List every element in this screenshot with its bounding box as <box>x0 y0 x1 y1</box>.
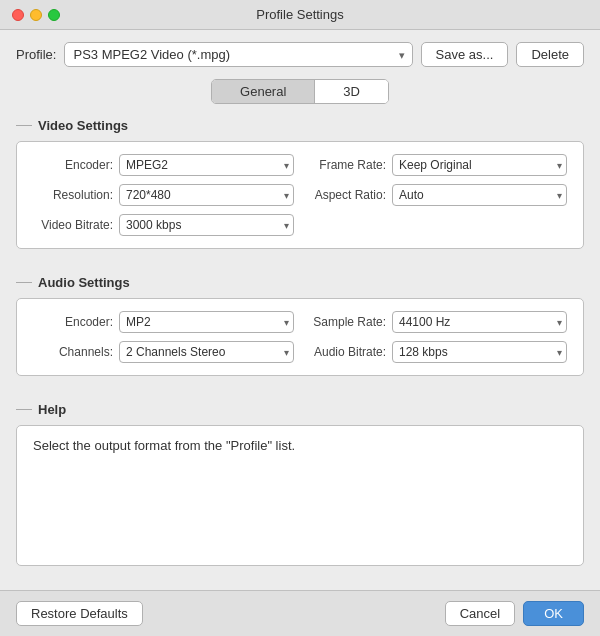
video-bitrate-row: Video Bitrate: 3000 kbps <box>33 214 294 236</box>
channels-row: Channels: 2 Channels Stereo <box>33 341 294 363</box>
video-settings-grid: Encoder: MPEG2 Frame Rate: Keep Original <box>33 154 567 236</box>
frame-rate-select-wrapper: Keep Original <box>392 154 567 176</box>
resolution-label: Resolution: <box>33 188 113 202</box>
sample-rate-select[interactable]: 44100 Hz <box>392 311 567 333</box>
video-bitrate-select-wrapper: 3000 kbps <box>119 214 294 236</box>
profile-select-wrapper: PS3 MPEG2 Video (*.mpg) <box>64 42 412 67</box>
aspect-ratio-select-wrapper: Auto <box>392 184 567 206</box>
audio-bitrate-label: Audio Bitrate: <box>306 345 386 359</box>
sample-rate-row: Sample Rate: 44100 Hz <box>306 311 567 333</box>
tab-group: General 3D <box>211 79 389 104</box>
audio-bitrate-select[interactable]: 128 kbps <box>392 341 567 363</box>
sample-rate-select-wrapper: 44100 Hz <box>392 311 567 333</box>
audio-settings-title: Audio Settings <box>38 275 130 290</box>
audio-encoder-select[interactable]: MP2 <box>119 311 294 333</box>
tab-general[interactable]: General <box>212 80 314 103</box>
video-settings-box: Encoder: MPEG2 Frame Rate: Keep Original <box>16 141 584 249</box>
profile-row: Profile: PS3 MPEG2 Video (*.mpg) Save as… <box>16 42 584 67</box>
channels-select[interactable]: 2 Channels Stereo <box>119 341 294 363</box>
channels-label: Channels: <box>33 345 113 359</box>
title-bar: Profile Settings <box>0 0 600 30</box>
profile-label: Profile: <box>16 47 56 62</box>
profile-select[interactable]: PS3 MPEG2 Video (*.mpg) <box>64 42 412 67</box>
window-title: Profile Settings <box>256 7 343 22</box>
video-bitrate-label: Video Bitrate: <box>33 218 113 232</box>
audio-bitrate-select-wrapper: 128 kbps <box>392 341 567 363</box>
sample-rate-label: Sample Rate: <box>306 315 386 329</box>
video-settings-title: Video Settings <box>38 118 128 133</box>
video-settings-header: Video Settings <box>16 118 584 133</box>
help-title: Help <box>38 402 66 417</box>
close-button[interactable] <box>12 9 24 21</box>
resolution-select-wrapper: 720*480 <box>119 184 294 206</box>
traffic-lights <box>12 9 60 21</box>
tabs-row: General 3D <box>16 79 584 104</box>
aspect-ratio-row: Aspect Ratio: Auto <box>306 184 567 206</box>
help-header: Help <box>16 402 584 417</box>
encoder-row: Encoder: MPEG2 <box>33 154 294 176</box>
cancel-button[interactable]: Cancel <box>445 601 515 626</box>
resolution-select[interactable]: 720*480 <box>119 184 294 206</box>
delete-button[interactable]: Delete <box>516 42 584 67</box>
bottom-bar: Restore Defaults Cancel OK <box>0 590 600 636</box>
encoder-select[interactable]: MPEG2 <box>119 154 294 176</box>
audio-settings-header: Audio Settings <box>16 275 584 290</box>
help-section-line <box>16 409 32 410</box>
aspect-ratio-label: Aspect Ratio: <box>306 188 386 202</box>
video-settings-section: Video Settings Encoder: MPEG2 Frame Rate… <box>16 118 584 263</box>
audio-encoder-label: Encoder: <box>33 315 113 329</box>
help-section: Help Select the output format from the "… <box>16 402 584 566</box>
help-text: Select the output format from the "Profi… <box>33 438 295 453</box>
audio-settings-grid: Encoder: MP2 Sample Rate: 44100 Hz <box>33 311 567 363</box>
encoder-select-wrapper: MPEG2 <box>119 154 294 176</box>
ok-button[interactable]: OK <box>523 601 584 626</box>
restore-defaults-button[interactable]: Restore Defaults <box>16 601 143 626</box>
audio-encoder-row: Encoder: MP2 <box>33 311 294 333</box>
maximize-button[interactable] <box>48 9 60 21</box>
video-section-line <box>16 125 32 126</box>
frame-rate-label: Frame Rate: <box>306 158 386 172</box>
bottom-right-buttons: Cancel OK <box>445 601 584 626</box>
audio-settings-box: Encoder: MP2 Sample Rate: 44100 Hz <box>16 298 584 376</box>
resolution-row: Resolution: 720*480 <box>33 184 294 206</box>
audio-settings-section: Audio Settings Encoder: MP2 Sample Rate: <box>16 275 584 390</box>
aspect-ratio-select[interactable]: Auto <box>392 184 567 206</box>
encoder-label: Encoder: <box>33 158 113 172</box>
channels-select-wrapper: 2 Channels Stereo <box>119 341 294 363</box>
audio-bitrate-row: Audio Bitrate: 128 kbps <box>306 341 567 363</box>
frame-rate-row: Frame Rate: Keep Original <box>306 154 567 176</box>
video-bitrate-select[interactable]: 3000 kbps <box>119 214 294 236</box>
main-content: Profile: PS3 MPEG2 Video (*.mpg) Save as… <box>0 30 600 590</box>
save-as-button[interactable]: Save as... <box>421 42 509 67</box>
audio-encoder-select-wrapper: MP2 <box>119 311 294 333</box>
minimize-button[interactable] <box>30 9 42 21</box>
frame-rate-select[interactable]: Keep Original <box>392 154 567 176</box>
tab-3d[interactable]: 3D <box>314 80 388 103</box>
audio-section-line <box>16 282 32 283</box>
help-box: Select the output format from the "Profi… <box>16 425 584 566</box>
